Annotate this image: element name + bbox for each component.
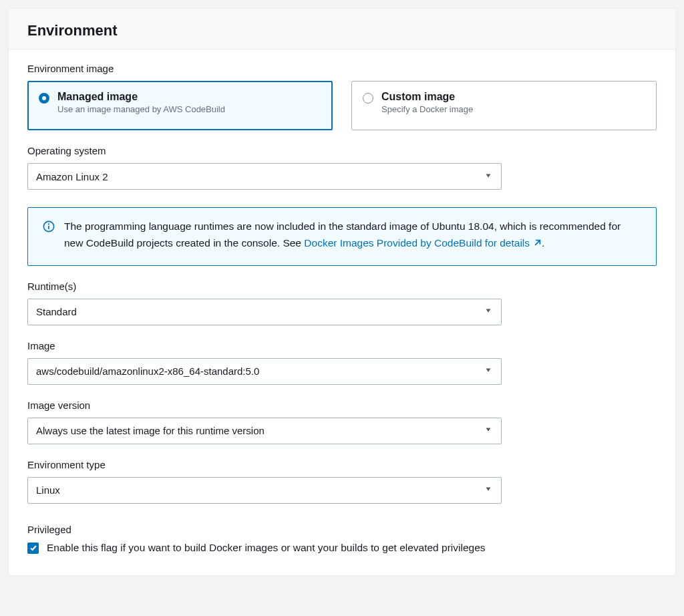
panel-body: Environment image Managed image Use an i…: [9, 49, 675, 575]
environment-type-value: Linux: [36, 484, 60, 496]
image-version-value: Always use the latest image for this run…: [36, 425, 265, 436]
info-icon: [43, 220, 55, 233]
caret-down-icon: [484, 171, 493, 182]
privileged-row: Enable this flag if you want to build Do…: [27, 541, 657, 555]
image-version-select[interactable]: Always use the latest image for this run…: [27, 418, 502, 444]
privileged-label: Privileged: [27, 524, 657, 535]
environment-panel: Environment Environment image Managed im…: [8, 8, 676, 576]
environment-type-label: Environment type: [27, 459, 657, 470]
environment-image-options: Managed image Use an image managed by AW…: [27, 81, 657, 130]
info-alert: The programming language runtimes are no…: [27, 207, 657, 266]
privileged-description: Enable this flag if you want to build Do…: [47, 541, 486, 555]
caret-down-icon: [484, 306, 493, 317]
image-value: aws/codebuild/amazonlinux2-x86_64-standa…: [36, 365, 259, 377]
environment-type-select[interactable]: Linux: [27, 477, 502, 504]
operating-system-label: Operating system: [27, 145, 657, 156]
runtime-value: Standard: [36, 306, 77, 317]
info-text-after: .: [542, 237, 544, 249]
runtime-label: Runtime(s): [27, 281, 657, 292]
runtime-select[interactable]: Standard: [27, 299, 502, 325]
custom-image-tile[interactable]: Custom image Specify a Docker image: [351, 81, 657, 130]
external-link-icon: [532, 237, 542, 253]
environment-image-label: Environment image: [27, 63, 657, 74]
custom-image-radio[interactable]: [363, 93, 373, 104]
custom-image-desc: Specify a Docker image: [381, 104, 473, 114]
custom-image-title: Custom image: [381, 91, 473, 103]
docker-images-link[interactable]: Docker Images Provided by CodeBuild for …: [304, 237, 542, 249]
managed-image-radio[interactable]: [39, 93, 49, 104]
svg-rect-2: [48, 226, 49, 229]
panel-title: Environment: [27, 22, 657, 39]
image-select[interactable]: aws/codebuild/amazonlinux2-x86_64-standa…: [27, 358, 502, 385]
info-text: The programming language runtimes are no…: [64, 218, 641, 253]
panel-header: Environment: [9, 9, 675, 49]
managed-image-tile[interactable]: Managed image Use an image managed by AW…: [27, 81, 333, 130]
managed-image-title: Managed image: [57, 91, 225, 103]
image-label: Image: [27, 340, 657, 351]
privileged-checkbox[interactable]: [27, 543, 39, 554]
caret-down-icon: [484, 484, 493, 496]
operating-system-select[interactable]: Amazon Linux 2: [27, 163, 502, 190]
image-version-label: Image version: [27, 400, 657, 411]
svg-point-1: [48, 223, 49, 224]
caret-down-icon: [484, 425, 493, 436]
caret-down-icon: [484, 365, 493, 377]
operating-system-value: Amazon Linux 2: [36, 171, 108, 182]
managed-image-desc: Use an image managed by AWS CodeBuild: [57, 104, 225, 114]
